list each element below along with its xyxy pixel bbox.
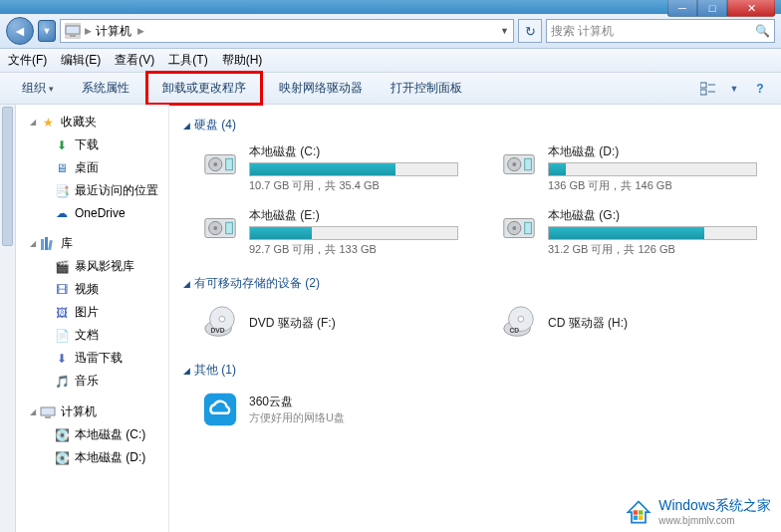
drive-item[interactable]: 本地磁盘 (D:)136 GB 可用，共 146 GB — [498, 143, 757, 193]
view-options-button[interactable] — [697, 78, 719, 100]
close-button[interactable]: ✕ — [727, 0, 775, 17]
drive-status: 136 GB 可用，共 146 GB — [548, 178, 757, 193]
breadcrumb-sep[interactable]: ▶ — [85, 26, 92, 36]
menu-view[interactable]: 查看(V) — [115, 52, 154, 69]
disc-icon: DVD — [199, 302, 241, 344]
menu-help[interactable]: 帮助(H) — [222, 52, 263, 69]
item-icon: ⬇ — [54, 137, 70, 153]
organize-button[interactable]: 组织 — [10, 76, 66, 101]
computer-icon — [40, 404, 56, 420]
search-placeholder: 搜索 计算机 — [551, 23, 614, 40]
svg-rect-7 — [45, 237, 48, 250]
svg-point-21 — [213, 226, 217, 230]
item-icon: 🖼 — [54, 305, 70, 321]
drive-item[interactable]: 本地磁盘 (E:)92.7 GB 可用，共 133 GB — [199, 207, 458, 257]
minimize-button[interactable]: ─ — [667, 0, 697, 17]
section-hard-drives[interactable]: ◢ 硬盘 (4) — [183, 113, 767, 137]
menu-bar: 文件(F) 编辑(E) 查看(V) 工具(T) 帮助(H) — [0, 49, 781, 73]
sidebar-item[interactable]: 📄文档 — [16, 324, 168, 347]
other-item[interactable]: 360云盘方便好用的网络U盘 — [199, 389, 458, 430]
hdd-icon — [498, 207, 540, 249]
section-label: 其他 (1) — [194, 362, 236, 379]
sidebar-item[interactable]: 🎞视频 — [16, 278, 168, 301]
hdd-icon — [199, 207, 241, 249]
sidebar-item[interactable]: 🎬暴风影视库 — [16, 255, 168, 278]
uninstall-programs-button[interactable]: 卸载或更改程序 — [145, 71, 263, 106]
computer-icon — [65, 23, 81, 39]
usage-bar — [249, 162, 458, 176]
sidebar-computer[interactable]: ◢ 计算机 — [16, 400, 168, 423]
item-icon: ⬇ — [54, 351, 70, 367]
breadcrumb[interactable]: 计算机 — [96, 23, 131, 40]
address-dropdown[interactable]: ▼ — [500, 26, 509, 36]
section-label: 硬盘 (4) — [194, 117, 236, 133]
sidebar-item[interactable]: 📑最近访问的位置 — [16, 179, 168, 202]
item-icon: ☁ — [54, 205, 70, 221]
svg-rect-6 — [41, 239, 44, 250]
drive-item[interactable]: 本地磁盘 (G:)31.2 GB 可用，共 126 GB — [498, 207, 757, 257]
search-icon[interactable]: 🔍 — [755, 24, 770, 38]
removable-drive-item[interactable]: CDCD 驱动器 (H:) — [498, 302, 757, 344]
view-dropdown[interactable]: ▼ — [723, 78, 745, 100]
cloud-icon — [199, 389, 241, 430]
system-properties-button[interactable]: 系统属性 — [70, 76, 141, 101]
help-button[interactable]: ? — [749, 78, 771, 100]
breadcrumb-sep[interactable]: ▶ — [137, 26, 144, 36]
section-removable[interactable]: ◢ 有可移动存储的设备 (2) — [183, 271, 767, 296]
drive-status: 10.7 GB 可用，共 35.4 GB — [249, 178, 458, 193]
maximize-button[interactable]: □ — [697, 0, 727, 17]
menu-file[interactable]: 文件(F) — [8, 52, 47, 69]
sidebar-item-drive[interactable]: 💽本地磁盘 (D:) — [16, 446, 168, 469]
sidebar-item[interactable]: ☁OneDrive — [16, 202, 168, 224]
item-icon: 📑 — [54, 183, 70, 199]
sidebar-item-label: 迅雷下载 — [75, 350, 123, 367]
usage-bar — [548, 226, 757, 240]
svg-text:DVD: DVD — [211, 327, 225, 334]
sidebar-item[interactable]: 🖥桌面 — [16, 156, 168, 179]
open-control-panel-button[interactable]: 打开控制面板 — [379, 76, 474, 101]
sidebar-item-label: OneDrive — [75, 206, 126, 220]
usage-bar — [249, 226, 458, 240]
back-button[interactable]: ◄ — [6, 17, 34, 45]
map-network-drive-button[interactable]: 映射网络驱动器 — [267, 76, 375, 101]
svg-point-17 — [512, 162, 516, 166]
drive-name: DVD 驱动器 (F:) — [249, 315, 336, 332]
address-bar[interactable]: ▶ 计算机 ▶ ▼ — [60, 19, 514, 43]
collapse-icon: ◢ — [30, 239, 40, 248]
removable-drive-item[interactable]: DVDDVD 驱动器 (F:) — [199, 302, 458, 344]
sidebar-item-label: 最近访问的位置 — [75, 182, 158, 199]
title-bar: ─ □ ✕ — [0, 0, 781, 14]
refresh-button[interactable]: ↻ — [518, 19, 542, 43]
collapse-icon: ◢ — [30, 118, 40, 127]
drive-icon: 💽 — [54, 450, 70, 466]
collapse-icon: ◢ — [183, 366, 190, 376]
hdd-icon — [199, 143, 241, 185]
section-other[interactable]: ◢ 其他 (1) — [183, 358, 767, 383]
sidebar-item[interactable]: ⬇迅雷下载 — [16, 347, 168, 370]
svg-rect-3 — [700, 90, 706, 95]
menu-edit[interactable]: 编辑(E) — [61, 52, 101, 69]
svg-point-13 — [213, 162, 217, 166]
sidebar-label: 计算机 — [61, 403, 97, 420]
sidebar: ◢ ★ 收藏夹 ⬇下载🖥桌面📑最近访问的位置☁OneDrive ◢ 库 🎬暴风影… — [16, 105, 169, 532]
toolbar: 组织 系统属性 卸载或更改程序 映射网络驱动器 打开控制面板 ▼ ? — [0, 73, 781, 105]
sidebar-item-drive[interactable]: 💽本地磁盘 (C:) — [16, 423, 168, 446]
sidebar-favorites[interactable]: ◢ ★ 收藏夹 — [16, 111, 168, 133]
library-icon — [40, 236, 56, 252]
item-icon: 📄 — [54, 328, 70, 344]
svg-rect-9 — [41, 407, 55, 415]
sidebar-item[interactable]: 🖼图片 — [16, 301, 168, 324]
sidebar-label: 库 — [61, 235, 73, 252]
sidebar-scrollbar[interactable] — [0, 105, 16, 532]
sidebar-item[interactable]: 🎵音乐 — [16, 370, 168, 393]
drive-item[interactable]: 本地磁盘 (C:)10.7 GB 可用，共 35.4 GB — [199, 143, 458, 193]
history-dropdown[interactable]: ▼ — [38, 20, 56, 42]
drive-name: 本地磁盘 (G:) — [548, 207, 757, 224]
menu-tools[interactable]: 工具(T) — [168, 52, 207, 69]
sidebar-item[interactable]: ⬇下载 — [16, 133, 168, 156]
svg-rect-35 — [204, 394, 236, 425]
sidebar-item-label: 本地磁盘 (C:) — [75, 426, 145, 443]
svg-point-25 — [512, 226, 516, 230]
sidebar-libraries[interactable]: ◢ 库 — [16, 232, 168, 255]
search-input[interactable]: 搜索 计算机 🔍 — [546, 19, 775, 43]
